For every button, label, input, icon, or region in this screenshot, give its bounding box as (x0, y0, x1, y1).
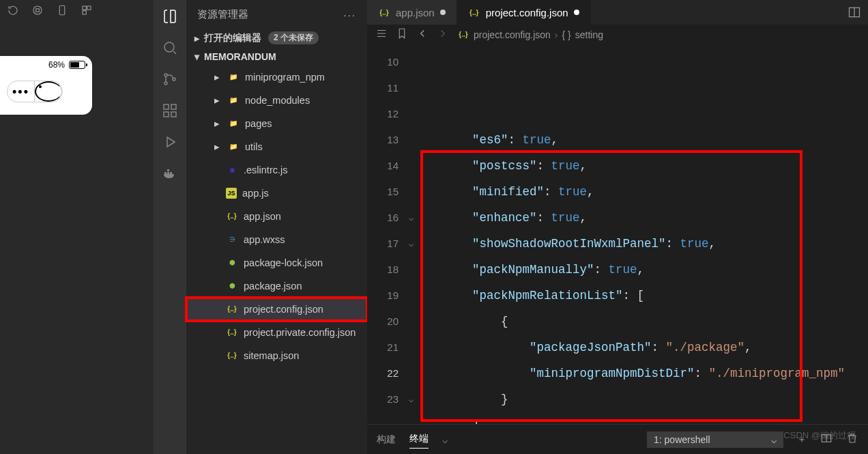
file-app-wxss[interactable]: ∋app.wxss (186, 228, 367, 251)
phone-status-bar: 68% (7, 60, 85, 70)
split-terminal-icon[interactable] (820, 432, 833, 446)
json-icon: {..} (457, 29, 469, 41)
breadcrumb[interactable]: {..} project.config.json › { } setting (457, 29, 603, 41)
svg-point-9 (173, 78, 175, 81)
folder-node-modules[interactable]: ▸📁node_modules (186, 89, 367, 112)
svg-rect-12 (164, 112, 169, 117)
svg-rect-18 (167, 169, 169, 171)
editor-area: {..} app.json {..} project.config.json {… (367, 0, 868, 454)
json-icon: {..} (468, 6, 480, 18)
file-package-lock[interactable]: ⬢package-lock.json (186, 251, 367, 274)
trash-icon[interactable] (846, 432, 858, 446)
folder-miniprogram-npm[interactable]: ▸📁miniprogram_npm (186, 66, 367, 89)
battery-icon (69, 61, 85, 69)
svg-rect-4 (87, 6, 91, 10)
source-control-icon[interactable] (154, 67, 186, 91)
explorer-header: 资源管理器 ··· (186, 0, 367, 28)
explorer-icon[interactable] (154, 4, 186, 29)
chevron-right-icon: › (555, 29, 558, 40)
chevron-right-icon: ▸ (192, 33, 201, 43)
json-icon: {..} (378, 6, 390, 18)
project-name: MEMORANDUM (204, 51, 276, 62)
editor-toolbar: {..} project.config.json › { } setting (367, 25, 868, 45)
svg-rect-15 (164, 172, 167, 174)
file-project-config[interactable]: {..}project.config.json (186, 298, 367, 321)
search-icon[interactable] (154, 36, 186, 60)
svg-rect-11 (171, 104, 176, 109)
stop-icon[interactable] (31, 4, 44, 18)
menu-capsule[interactable]: ••• (7, 81, 63, 102)
more-icon[interactable]: ··· (343, 9, 356, 20)
activity-bar (154, 0, 186, 454)
svg-rect-2 (59, 5, 65, 15)
svg-point-8 (164, 82, 167, 85)
extensions-icon[interactable] (154, 98, 186, 123)
modified-dot-icon (574, 10, 579, 15)
folder-icon: 📁 (227, 71, 240, 83)
plus-icon[interactable]: ＋ (797, 434, 807, 446)
braces-icon: { } (562, 29, 571, 40)
file-app-json[interactable]: {..}app.json (186, 205, 367, 228)
folder-icon: 📁 (227, 117, 240, 130)
svg-marker-14 (167, 137, 175, 147)
file-project-private-config[interactable]: {..}project.private.config.json (186, 321, 367, 344)
json-icon: {..} (226, 326, 238, 339)
json-icon: {..} (226, 350, 238, 362)
project-section[interactable]: ▾ MEMORANDUM (186, 48, 367, 66)
phone-screen: 68% ••• (0, 56, 92, 115)
folder-icon: 📁 (227, 94, 240, 107)
svg-rect-3 (83, 6, 86, 10)
phone-preview-panel: 68% ••• (0, 0, 154, 454)
code-editor[interactable]: 10111213141516⌵17⌵181920212223⌵ "es6": t… (367, 45, 868, 424)
tab-project-config[interactable]: {..} project.config.json (457, 0, 591, 25)
wxss-icon: ∋ (226, 233, 238, 246)
nav-forward-icon[interactable] (437, 27, 449, 42)
eslint-icon: ◉ (226, 164, 238, 176)
line-gutter: 10111213141516⌵17⌵181920212223⌵ (367, 45, 415, 424)
terminal-select[interactable]: 1: powershell ⌵ (647, 431, 783, 448)
svg-rect-17 (170, 172, 172, 174)
explorer-sidebar: 资源管理器 ··· ▸ 打开的编辑器 2 个未保存 ▾ MEMORANDUM ▸… (186, 0, 367, 454)
panel-tab-build[interactable]: 构建 (377, 431, 396, 449)
windows-icon[interactable] (81, 4, 93, 18)
svg-rect-10 (164, 104, 169, 109)
modified-dot-icon (440, 10, 446, 15)
svg-point-7 (164, 74, 167, 76)
phone-icon[interactable] (56, 4, 68, 18)
folder-icon: 📁 (227, 141, 240, 153)
debug-icon[interactable] (154, 130, 186, 154)
file-eslintrc[interactable]: ◉.eslintrc.js (186, 158, 367, 182)
chevron-down-icon[interactable]: ⌵ (442, 434, 448, 445)
list-icon[interactable] (375, 27, 388, 42)
explorer-title: 资源管理器 (197, 8, 248, 21)
js-icon: JS (226, 188, 237, 199)
unsaved-badge: 2 个未保存 (268, 31, 319, 44)
dots-icon[interactable]: ••• (8, 81, 35, 102)
bookmark-icon[interactable] (396, 27, 408, 42)
docker-icon[interactable] (154, 161, 186, 186)
code-content[interactable]: "es6": true, "postcss": true, "minified"… (415, 45, 868, 424)
bottom-panel: 构建 终端 ⌵ 1: powershell ⌵ ＋ (367, 424, 868, 454)
open-editors-section[interactable]: ▸ 打开的编辑器 2 个未保存 (186, 28, 367, 48)
svg-rect-13 (171, 112, 176, 117)
chevron-down-icon: ▾ (192, 52, 201, 61)
folder-utils[interactable]: ▸📁utils (186, 135, 367, 158)
file-app-js[interactable]: JSapp.js (186, 182, 367, 205)
battery-percent: 68% (48, 60, 65, 70)
phone-toolbar (0, 0, 154, 22)
refresh-icon[interactable] (7, 4, 19, 18)
target-icon[interactable] (35, 81, 62, 102)
file-sitemap-json[interactable]: {..}sitemap.json (186, 344, 367, 367)
split-editor-icon[interactable] (841, 0, 868, 25)
panel-tab-terminal[interactable]: 终端 (409, 430, 429, 449)
node-icon: ⬢ (226, 280, 238, 292)
json-icon: {..} (226, 210, 238, 223)
chevron-down-icon: ⌵ (771, 434, 777, 445)
svg-point-6 (164, 42, 174, 52)
nav-back-icon[interactable] (416, 27, 429, 42)
folder-pages[interactable]: ▸📁pages (186, 112, 367, 135)
file-package-json[interactable]: ⬢package.json (186, 274, 367, 298)
node-icon: ⬢ (226, 257, 238, 269)
svg-point-0 (33, 6, 42, 14)
tab-app-json[interactable]: {..} app.json (367, 0, 457, 25)
